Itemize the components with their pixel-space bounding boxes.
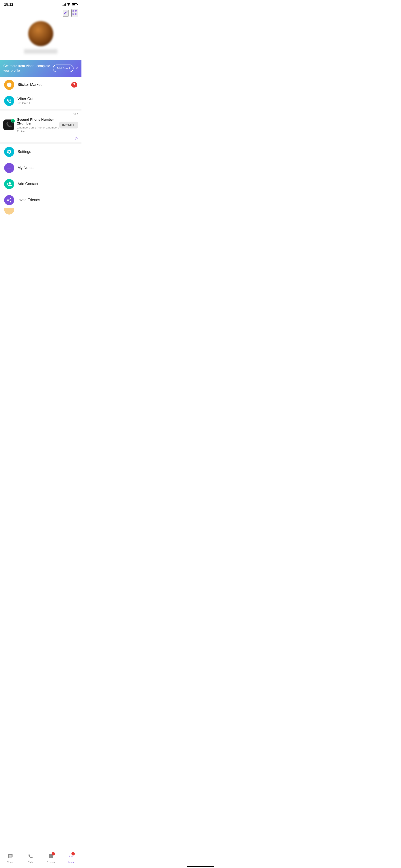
ad-text: Ad: [73, 112, 76, 115]
ad-content: Second Phone Number - 2Number 2 numbers …: [17, 118, 59, 132]
add-contact-content: Add Contact: [18, 182, 77, 186]
invite-friends-icon: [4, 195, 14, 205]
invite-friends-title: Invite Friends: [18, 198, 77, 202]
ad-app-desc: 2 numbers on 1 Phone. 2 numbers on 1...: [17, 126, 59, 132]
settings-content: Settings: [18, 150, 77, 154]
status-bar: 15:12: [0, 0, 82, 8]
avatar[interactable]: [28, 21, 53, 46]
my-notes-icon: [4, 163, 14, 173]
sticker-market-content: Sticker Market: [18, 83, 71, 87]
wifi-icon: [67, 3, 70, 6]
status-time: 15:12: [4, 2, 13, 7]
invite-friends-content: Invite Friends: [18, 198, 77, 202]
add-contact-icon: [4, 179, 14, 189]
ad-app-icon: 📞 2: [3, 120, 14, 130]
menu-item-viber-out[interactable]: Viber Out No Credit: [0, 93, 82, 109]
ad-item[interactable]: 📞 2 Second Phone Number - 2Number 2 numb…: [0, 116, 82, 135]
ad-label: Ad ▾: [0, 111, 82, 116]
sticker-market-icon: [4, 80, 14, 90]
menu-item-settings[interactable]: Settings: [0, 144, 82, 160]
ad-chevron-icon: ▾: [77, 113, 78, 115]
sticker-market-title: Sticker Market: [18, 83, 71, 87]
close-promo-button[interactable]: ×: [75, 66, 78, 70]
profile-name: [24, 49, 57, 54]
ad-section: Ad ▾ 📞 2 Second Phone Number - 2Number 2…: [0, 109, 82, 144]
promo-text: Get more from Viber - complete your prof…: [3, 64, 53, 73]
signal-bars: [62, 3, 66, 6]
ad-badge: 2: [11, 119, 15, 123]
my-notes-title: My Notes: [18, 166, 77, 170]
partial-icon: [4, 208, 14, 215]
menu-item-partial[interactable]: [0, 208, 82, 215]
sponsored-icon: ▷: [75, 135, 78, 140]
menu-item-my-notes[interactable]: My Notes: [0, 160, 82, 176]
settings-title: Settings: [18, 150, 77, 154]
settings-icon: [4, 147, 14, 157]
viber-out-content: Viber Out No Credit: [18, 97, 77, 105]
ad-app-name: Second Phone Number - 2Number: [17, 118, 59, 125]
qr-button[interactable]: [71, 9, 78, 17]
ad-phone-icon: 📞: [6, 122, 12, 128]
promo-banner: Get more from Viber - complete your prof…: [0, 60, 82, 77]
status-icons: [62, 3, 77, 6]
header-actions: [0, 8, 82, 19]
battery-icon: [72, 3, 77, 6]
ad-sponsored-row: ▷: [0, 135, 82, 142]
menu-item-invite-friends[interactable]: Invite Friends: [0, 192, 82, 208]
promo-actions: Add Email ×: [53, 65, 78, 72]
viber-out-icon: [4, 96, 14, 106]
viber-out-subtitle: No Credit: [18, 101, 77, 105]
install-button[interactable]: INSTALL: [59, 122, 78, 128]
edit-button[interactable]: [63, 10, 68, 17]
viber-out-title: Viber Out: [18, 97, 77, 101]
my-notes-content: My Notes: [18, 166, 77, 170]
bottom-menu-list: Settings My Notes Add Contact: [0, 144, 82, 217]
profile-section: [0, 19, 82, 60]
add-email-button[interactable]: Add Email: [53, 65, 74, 72]
top-menu-list: Sticker Market 7 Viber Out No Credit: [0, 77, 82, 109]
sticker-market-badge: 7: [71, 82, 77, 88]
add-contact-title: Add Contact: [18, 182, 77, 186]
menu-item-sticker-market[interactable]: Sticker Market 7: [0, 77, 82, 93]
menu-item-add-contact[interactable]: Add Contact: [0, 176, 82, 192]
